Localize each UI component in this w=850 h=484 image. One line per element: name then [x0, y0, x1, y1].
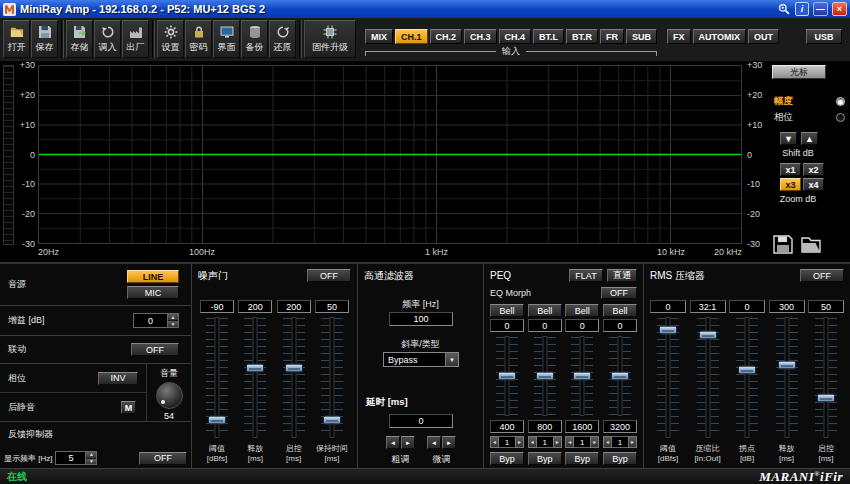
- dropdown-arrow-icon[interactable]: ▼: [445, 353, 458, 366]
- channel-btl-button[interactable]: BT.L: [533, 29, 564, 44]
- fx-button[interactable]: FX: [667, 29, 691, 44]
- comp-ratio-value[interactable]: 32:1: [690, 300, 726, 313]
- zoom-x2-button[interactable]: x2: [803, 163, 824, 176]
- noise-gate-off-button[interactable]: OFF: [307, 269, 351, 282]
- channel-fr-button[interactable]: FR: [600, 29, 624, 44]
- gain-spinner[interactable]: 0 ▲▼: [133, 313, 179, 328]
- coarse-left-button[interactable]: ◄: [386, 436, 400, 449]
- comp-knee-slider[interactable]: [735, 315, 759, 440]
- band-gain-slider[interactable]: [570, 334, 594, 418]
- display-freq-arrows[interactable]: ▲▼: [85, 452, 96, 464]
- phase-radio[interactable]: [836, 113, 845, 122]
- comp-release-value[interactable]: 300: [769, 300, 805, 313]
- gate-release-value[interactable]: 200: [238, 300, 272, 313]
- gate-release-slider[interactable]: [243, 315, 267, 440]
- delay-coarse-nudge[interactable]: ◄ ►: [386, 436, 415, 449]
- store-button[interactable]: 存储: [66, 20, 93, 58]
- eq-morph-off-button[interactable]: OFF: [601, 287, 637, 299]
- band-gain-slider[interactable]: [608, 334, 632, 418]
- comp-ratio-slider[interactable]: [696, 315, 720, 440]
- q-right-arrow[interactable]: ►: [515, 436, 524, 448]
- shift-down-button[interactable]: ▼: [780, 132, 797, 145]
- load-curve-icon[interactable]: [801, 235, 821, 256]
- band-bypass-button[interactable]: Byp: [603, 452, 637, 465]
- open-button[interactable]: 打开: [3, 20, 30, 58]
- fine-right-button[interactable]: ►: [442, 436, 456, 449]
- slider-handle[interactable]: [498, 372, 516, 381]
- q-right-arrow[interactable]: ►: [628, 436, 637, 448]
- band-freq-value[interactable]: 800: [528, 420, 562, 433]
- slider-handle[interactable]: [778, 361, 796, 370]
- settings-button[interactable]: 设置: [157, 20, 184, 58]
- band-gain-value[interactable]: 0: [603, 319, 637, 332]
- comp-threshold-value[interactable]: 0: [650, 300, 686, 313]
- q-left-arrow[interactable]: ◄: [603, 436, 612, 448]
- line-button[interactable]: LINE: [127, 270, 179, 283]
- backup-button[interactable]: 备份: [241, 20, 268, 58]
- band-q-spinner[interactable]: ◄ 1 ►: [565, 436, 599, 448]
- coarse-right-button[interactable]: ►: [401, 436, 415, 449]
- gate-attack-value[interactable]: 200: [277, 300, 311, 313]
- display-freq-spinner[interactable]: 5 ▲▼: [55, 451, 97, 465]
- channel-ch3-button[interactable]: CH.3: [464, 29, 497, 44]
- cursor-button[interactable]: 光标: [772, 65, 826, 79]
- usb-button[interactable]: USB: [806, 29, 842, 44]
- slider-handle[interactable]: [246, 363, 264, 372]
- band-q-spinner[interactable]: ◄ 1 ►: [603, 436, 637, 448]
- band-freq-value[interactable]: 1600: [565, 420, 599, 433]
- hpf-type-dropdown[interactable]: Bypass ▼: [383, 352, 459, 367]
- peq-thru-button[interactable]: 直通: [607, 269, 637, 282]
- recall-button[interactable]: 调入: [94, 20, 121, 58]
- slider-handle[interactable]: [659, 326, 677, 335]
- response-plot[interactable]: [38, 65, 742, 244]
- magnitude-radio[interactable]: [836, 97, 845, 106]
- slider-handle[interactable]: [323, 416, 341, 425]
- slider-handle[interactable]: [208, 416, 226, 425]
- delay-value[interactable]: 0: [389, 414, 453, 428]
- mute-button[interactable]: M: [121, 401, 136, 414]
- band-type-button[interactable]: Bell: [603, 304, 637, 317]
- gate-attack-slider[interactable]: [282, 315, 306, 440]
- comp-knee-value[interactable]: 0: [729, 300, 765, 313]
- peq-flat-button[interactable]: FLAT: [569, 269, 603, 282]
- restore-button[interactable]: 还原: [269, 20, 296, 58]
- slider-handle[interactable]: [738, 366, 756, 375]
- magnitude-option[interactable]: 幅度: [774, 95, 845, 107]
- title-bar[interactable]: MiniRay Amp - 192.168.0.2 - P52: MU+12 B…: [0, 0, 850, 18]
- band-bypass-button[interactable]: Byp: [528, 452, 562, 465]
- zoom-x1-button[interactable]: x1: [780, 163, 801, 176]
- mic-button[interactable]: MIC: [127, 286, 179, 299]
- info-icon[interactable]: i: [795, 2, 809, 16]
- channel-ch4-button[interactable]: CH.4: [499, 29, 532, 44]
- q-left-arrow[interactable]: ◄: [490, 436, 499, 448]
- band-q-spinner[interactable]: ◄ 1 ►: [490, 436, 524, 448]
- comp-threshold-slider[interactable]: [656, 315, 680, 440]
- comp-attack-value[interactable]: 50: [808, 300, 844, 313]
- zoom-x3-button[interactable]: x3: [780, 178, 801, 191]
- band-type-button[interactable]: Bell: [528, 304, 562, 317]
- band-gain-slider[interactable]: [495, 334, 519, 418]
- save-button[interactable]: 保存: [31, 20, 58, 58]
- volume-knob[interactable]: [156, 382, 183, 409]
- comp-attack-slider[interactable]: [814, 315, 838, 440]
- zoom-x4-button[interactable]: x4: [803, 178, 824, 191]
- magnifier-icon[interactable]: [776, 2, 791, 16]
- q-right-arrow[interactable]: ►: [553, 436, 562, 448]
- password-button[interactable]: 密码: [185, 20, 212, 58]
- q-right-arrow[interactable]: ►: [590, 436, 599, 448]
- save-curve-icon[interactable]: [773, 235, 793, 256]
- shift-up-button[interactable]: ▲: [801, 132, 818, 145]
- band-gain-value[interactable]: 0: [565, 319, 599, 332]
- band-q-spinner[interactable]: ◄ 1 ►: [528, 436, 562, 448]
- band-type-button[interactable]: Bell: [565, 304, 599, 317]
- delay-fine-nudge[interactable]: ◄ ►: [427, 436, 456, 449]
- channel-ch2-button[interactable]: CH.2: [430, 29, 463, 44]
- channel-btr-button[interactable]: BT.R: [566, 29, 598, 44]
- slider-handle[interactable]: [573, 372, 591, 381]
- firmware-upgrade-button[interactable]: 固件升级: [304, 20, 356, 58]
- factory-button[interactable]: 出厂: [122, 20, 149, 58]
- q-left-arrow[interactable]: ◄: [528, 436, 537, 448]
- hpf-freq-value[interactable]: 100: [389, 312, 453, 326]
- slider-handle[interactable]: [611, 372, 629, 381]
- channel-sub-button[interactable]: SUB: [626, 29, 657, 44]
